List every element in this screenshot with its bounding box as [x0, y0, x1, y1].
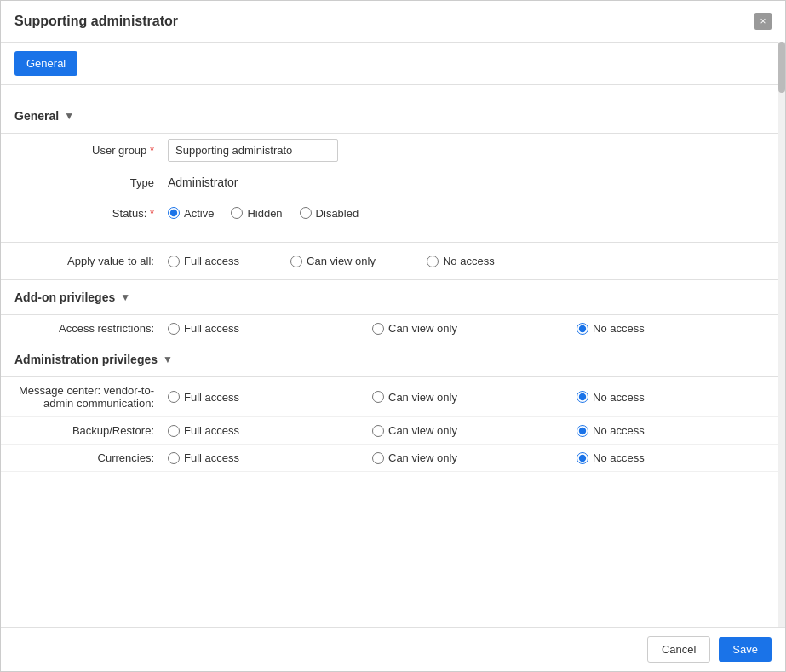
currencies-label: Currencies: [14, 451, 168, 464]
currencies-none-label: No access [593, 451, 645, 464]
status-active[interactable]: Active [168, 207, 214, 220]
msg-view-radio[interactable] [372, 391, 384, 403]
apply-row: Apply value to all: Full access Can view… [1, 243, 785, 280]
type-label: Type [14, 176, 168, 189]
tab-bar: General [1, 43, 785, 85]
apply-label: Apply value to all: [14, 255, 168, 267]
user-group-input[interactable] [168, 139, 338, 162]
modal: Supporting administrator × General Gener… [0, 0, 786, 672]
close-button[interactable]: × [754, 13, 772, 30]
addon-none-label: No access [593, 322, 645, 335]
tab-general[interactable]: General [14, 51, 77, 76]
status-hidden-radio[interactable] [231, 207, 243, 219]
status-disabled[interactable]: Disabled [300, 207, 359, 220]
msg-full-radio[interactable] [168, 391, 180, 403]
modal-body: General General ▼ User group * Type Admi… [1, 43, 785, 629]
backup-full-access[interactable]: Full access [168, 424, 372, 437]
status-hidden-label: Hidden [247, 207, 282, 220]
apply-none-radio[interactable] [427, 256, 439, 267]
user-group-row: User group * [1, 134, 785, 167]
msg-full-label: Full access [184, 391, 239, 404]
apply-view-only[interactable]: Can view only [290, 255, 376, 267]
addon-view-radio[interactable] [372, 323, 384, 335]
apply-view-radio[interactable] [290, 256, 302, 267]
cancel-button[interactable]: Cancel [647, 636, 710, 663]
backup-view-only[interactable]: Can view only [372, 424, 577, 437]
currencies-full-label: Full access [184, 451, 239, 464]
addon-chevron-icon: ▼ [120, 291, 130, 303]
addon-none-radio[interactable] [577, 323, 588, 335]
addon-access-label: Access restrictions: [14, 322, 168, 335]
admin-section-title: Administration privileges [14, 353, 158, 366]
backup-view-label: Can view only [388, 424, 457, 437]
message-center-row: Message center: vendor-to-admin communic… [1, 377, 785, 417]
user-group-label: User group * [14, 144, 168, 157]
currencies-view-label: Can view only [388, 451, 457, 464]
currencies-no-access[interactable]: No access [577, 451, 781, 464]
backup-full-label: Full access [184, 424, 239, 437]
addon-full-radio[interactable] [168, 323, 180, 335]
general-section: General ▼ User group * Type Administrato… [1, 85, 785, 243]
status-active-label: Active [184, 207, 214, 220]
backup-no-access[interactable]: No access [577, 424, 781, 437]
addon-privileges-section: Add-on privileges ▼ Access restrictions:… [1, 280, 785, 342]
addon-full-label: Full access [184, 322, 239, 335]
status-active-radio[interactable] [168, 207, 180, 219]
backup-none-label: No access [593, 424, 645, 437]
status-required: * [146, 207, 154, 220]
addon-view-only[interactable]: Can view only [372, 322, 577, 335]
scrollbar-thumb[interactable] [778, 42, 785, 93]
currencies-full-access[interactable]: Full access [168, 451, 372, 464]
admin-section-header: Administration privileges ▼ [1, 342, 785, 377]
backup-full-radio[interactable] [168, 425, 180, 437]
admin-privileges-section: Administration privileges ▼ Message cent… [1, 342, 785, 472]
addon-section-header: Add-on privileges ▼ [1, 280, 785, 315]
msg-none-label: No access [593, 391, 645, 404]
status-disabled-radio[interactable] [300, 207, 312, 219]
scrollbar[interactable] [778, 42, 785, 627]
apply-full-access[interactable]: Full access [168, 255, 239, 267]
addon-no-access[interactable]: No access [577, 322, 781, 335]
currencies-none-radio[interactable] [577, 452, 588, 464]
user-group-required: * [146, 144, 154, 157]
apply-options: Full access Can view only No access [168, 255, 495, 267]
backup-row: Backup/Restore: Full access Can view onl… [1, 417, 785, 445]
msg-view-only[interactable]: Can view only [372, 391, 577, 404]
msg-no-access[interactable]: No access [577, 391, 781, 404]
general-chevron-icon: ▼ [64, 110, 74, 122]
msg-none-radio[interactable] [577, 391, 588, 403]
backup-label: Backup/Restore: [14, 424, 168, 437]
modal-header: Supporting administrator × [1, 1, 785, 43]
apply-no-access[interactable]: No access [427, 255, 495, 267]
modal-title: Supporting administrator [14, 14, 178, 29]
message-center-label: Message center: vendor-to-admin communic… [14, 384, 168, 410]
addon-access-restrictions-row: Access restrictions: Full access Can vie… [1, 315, 785, 342]
apply-view-label: Can view only [307, 255, 376, 267]
message-center-options: Full access Can view only No access [168, 391, 781, 404]
addon-view-label: Can view only [388, 322, 457, 335]
type-value: Administrator [168, 175, 238, 189]
addon-section-title: Add-on privileges [14, 290, 115, 304]
admin-chevron-icon: ▼ [163, 353, 173, 365]
status-hidden[interactable]: Hidden [231, 207, 282, 220]
modal-footer: Cancel Save [1, 627, 785, 671]
status-radio-group: Active Hidden Disabled [168, 207, 359, 220]
currencies-view-only[interactable]: Can view only [372, 451, 577, 464]
backup-options: Full access Can view only No access [168, 424, 781, 437]
general-section-header: General ▼ [1, 99, 785, 134]
apply-full-label: Full access [184, 255, 239, 267]
addon-full-access[interactable]: Full access [168, 322, 372, 335]
type-row: Type Administrator [1, 167, 785, 198]
save-button[interactable]: Save [719, 637, 772, 662]
currencies-full-radio[interactable] [168, 452, 180, 464]
msg-full-access[interactable]: Full access [168, 391, 372, 404]
status-disabled-label: Disabled [316, 207, 359, 220]
addon-access-options: Full access Can view only No access [168, 322, 781, 335]
status-label: Status: * [14, 207, 168, 220]
backup-none-radio[interactable] [577, 425, 588, 437]
apply-full-radio[interactable] [168, 256, 180, 267]
status-row: Status: * Active Hidden Disabled [1, 198, 785, 228]
msg-view-label: Can view only [388, 391, 457, 404]
currencies-view-radio[interactable] [372, 452, 384, 464]
backup-view-radio[interactable] [372, 425, 384, 437]
